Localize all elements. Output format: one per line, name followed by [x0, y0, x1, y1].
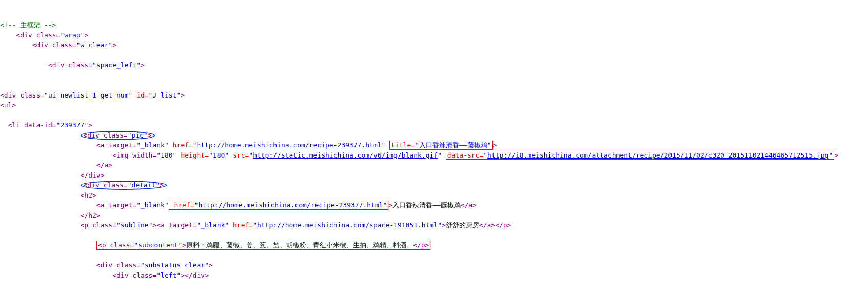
subcontent-box: <p class="subcontent">原料：鸡腿、藤椒、姜、葱、盐、胡椒粉… — [96, 241, 431, 250]
list-div-open: <div class= — [0, 91, 44, 99]
href-box: href="http://home.meishichina.com/recipe… — [169, 201, 389, 210]
subline-open: <p class= — [81, 221, 116, 229]
a-pic-close: </a> — [96, 161, 112, 169]
pic-div-circled: <div class="pic"> — [81, 131, 155, 140]
h2-open: <h2> — [81, 191, 96, 199]
comment-top: <!-- 主框架 --> — [0, 21, 56, 29]
title-box: title="入口香辣清香——藤椒鸡" — [389, 141, 492, 150]
a-pic-open: <a target= — [96, 141, 136, 149]
detail-div-circled: <div class="detail"> — [81, 181, 167, 190]
wrap-open: <div class= — [16, 31, 60, 39]
ul-open: <ul> — [0, 101, 16, 109]
pic-div-close: </div> — [81, 171, 105, 179]
w-open: <div class= — [32, 41, 76, 49]
recipe-link-1[interactable]: http://home.meishichina.com/recipe-23937… — [197, 141, 382, 149]
li-open: <li data-id= — [8, 121, 56, 129]
space-link[interactable]: http://home.meishichina.com/space-191051… — [257, 221, 438, 229]
left-div: <div class= — [112, 271, 156, 279]
h2-close: </h2> — [81, 211, 101, 219]
img-tag: <img width= — [112, 151, 156, 159]
img-data-src-link[interactable]: http://i8.meishichina.com/attachment/rec… — [487, 151, 828, 159]
space-left-open: <div class= — [48, 61, 92, 69]
recipe-link-2[interactable]: http://home.meishichina.com/recipe-23937… — [199, 201, 383, 209]
wrap-class: "wrap" — [60, 31, 84, 39]
h2-link-text: 入口香辣清香——藤椒鸡 — [392, 201, 461, 209]
data-src-box: data-src="http://i8.meishichina.com/atta… — [446, 151, 834, 160]
subcontent-text: 原料：鸡腿、藤椒、姜、葱、盐、胡椒粉、青红小米椒、生抽、鸡精、料酒。 — [186, 241, 413, 249]
a-h2-open: <a target= — [96, 201, 136, 209]
substatus-open: <div class= — [96, 261, 141, 269]
space-text: 舒舒的厨房 — [446, 221, 479, 229]
img-src-link[interactable]: http://static.meishichina.com/v6/img/bla… — [253, 151, 438, 159]
